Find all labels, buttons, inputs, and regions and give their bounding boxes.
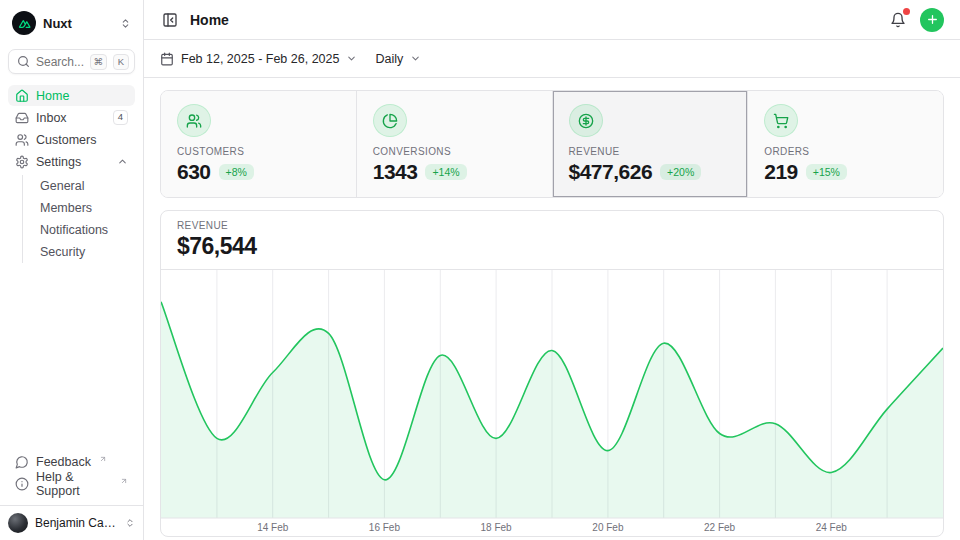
stat-label: CUSTOMERS	[177, 146, 340, 157]
help-support-link[interactable]: Help & Support	[8, 473, 135, 494]
period-select[interactable]: Daily	[375, 52, 421, 66]
external-link-icon	[120, 477, 128, 485]
cart-icon	[764, 104, 798, 137]
sidebar-item-customers[interactable]: Customers	[8, 129, 135, 150]
inbox-icon	[15, 111, 29, 125]
collapse-sidebar-button[interactable]	[160, 10, 180, 30]
stat-card-conversions[interactable]: CONVERSIONS 1343 +14%	[356, 91, 552, 197]
chevrons-up-down-icon	[120, 18, 131, 29]
stat-label: ORDERS	[764, 146, 927, 157]
search-icon	[17, 55, 30, 68]
stat-label: REVENUE	[569, 146, 732, 157]
workspace-name: Nuxt	[43, 16, 72, 31]
kbd-k: K	[113, 54, 129, 70]
period-label: Daily	[375, 52, 403, 66]
sidebar-item-notifications[interactable]: Notifications	[23, 219, 135, 240]
search-box[interactable]: ⌘ K	[8, 49, 135, 74]
inbox-count-badge: 4	[113, 110, 128, 124]
users-icon	[15, 133, 29, 147]
plus-icon	[926, 13, 939, 26]
stat-value: 219	[764, 160, 798, 184]
page-title: Home	[190, 12, 229, 28]
top-header: Home	[144, 0, 960, 40]
notifications-button[interactable]	[888, 10, 908, 30]
sidebar-item-security[interactable]: Security	[23, 241, 135, 262]
circle-dollar-icon	[569, 104, 603, 137]
x-axis-tick-label: 18 Feb	[481, 522, 513, 533]
stat-label: CONVERSIONS	[373, 146, 536, 157]
stat-card-orders[interactable]: ORDERS 219 +15%	[747, 91, 943, 197]
dashboard-app: Nuxt ⌘ K Home	[0, 0, 960, 540]
add-button[interactable]	[920, 8, 944, 32]
x-axis-tick-label: 16 Feb	[369, 522, 401, 533]
delta-badge: +15%	[806, 164, 847, 181]
notification-dot	[903, 8, 910, 15]
info-circle-icon	[15, 477, 29, 491]
gear-icon	[15, 155, 29, 169]
avatar	[8, 513, 28, 533]
chart-plot-area: 14 Feb16 Feb18 Feb20 Feb22 Feb24 Feb	[161, 270, 943, 536]
content: CUSTOMERS 630 +8% CONVERSIONS 1343 +14%	[144, 78, 960, 540]
header-actions	[888, 8, 944, 32]
panel-left-close-icon	[162, 12, 178, 28]
kbd-cmd: ⌘	[90, 54, 108, 70]
settings-subnav: General Members Notifications Security	[22, 175, 135, 263]
chart-header: REVENUE $76,544	[161, 211, 943, 270]
revenue-chart-card: REVENUE $76,544 14 Feb16 Feb18 Feb20 Feb…	[160, 210, 944, 537]
chevron-up-icon	[117, 156, 128, 167]
chevron-down-icon	[346, 53, 357, 64]
users-icon	[177, 104, 211, 137]
stat-card-customers[interactable]: CUSTOMERS 630 +8%	[161, 91, 356, 197]
sidebar-item-inbox[interactable]: Inbox 4	[8, 107, 135, 128]
sidebar-item-settings[interactable]: Settings	[8, 151, 135, 172]
stat-value: 630	[177, 160, 211, 184]
sidebar-item-label: Inbox	[36, 111, 67, 125]
home-icon	[15, 89, 29, 103]
help-support-label: Help & Support	[36, 470, 112, 498]
sidebar-footer-links: Feedback Help & Support	[8, 451, 135, 495]
workspace-switcher[interactable]: Nuxt	[8, 8, 135, 38]
date-range-label: Feb 12, 2025 - Feb 26, 2025	[181, 52, 339, 66]
sidebar-item-label: Home	[36, 89, 69, 103]
user-menu[interactable]: Benjamin Canac	[0, 505, 143, 540]
sidebar-spacer	[8, 263, 135, 451]
sidebar-item-label: Customers	[36, 133, 96, 147]
date-range-picker[interactable]: Feb 12, 2025 - Feb 26, 2025	[160, 52, 357, 66]
sidebar-item-members[interactable]: Members	[23, 197, 135, 218]
stat-value: $477,626	[569, 160, 653, 184]
stat-card-revenue[interactable]: REVENUE $477,626 +20%	[552, 91, 748, 197]
user-name: Benjamin Canac	[35, 516, 118, 530]
chevron-down-icon	[410, 53, 421, 64]
stats-row: CUSTOMERS 630 +8% CONVERSIONS 1343 +14%	[160, 90, 944, 198]
sidebar-item-general[interactable]: General	[23, 175, 135, 196]
x-axis-tick-label: 14 Feb	[257, 522, 289, 533]
message-bubble-icon	[15, 455, 29, 469]
sidebar-body: Nuxt ⌘ K Home	[0, 0, 143, 505]
chart-metric-value: $76,544	[177, 233, 927, 260]
chart-pie-icon	[373, 104, 407, 137]
revenue-chart[interactable]: 14 Feb16 Feb18 Feb20 Feb22 Feb24 Feb	[161, 270, 943, 536]
x-axis-tick-label: 22 Feb	[704, 522, 736, 533]
chevrons-up-down-icon	[125, 518, 135, 528]
delta-badge: +20%	[660, 164, 701, 181]
x-axis-tick-label: 24 Feb	[816, 522, 848, 533]
filters-toolbar: Feb 12, 2025 - Feb 26, 2025 Daily	[144, 40, 960, 78]
chart-metric-label: REVENUE	[177, 220, 927, 231]
sidebar: Nuxt ⌘ K Home	[0, 0, 144, 540]
sidebar-item-home[interactable]: Home	[8, 85, 135, 106]
calendar-icon	[160, 52, 174, 66]
external-link-icon	[99, 455, 107, 463]
x-axis-tick-label: 20 Feb	[592, 522, 624, 533]
sidebar-item-label: Settings	[36, 155, 81, 169]
delta-badge: +8%	[219, 164, 254, 181]
delta-badge: +14%	[425, 164, 466, 181]
sidebar-nav: Home Inbox 4 Customers	[8, 85, 135, 263]
stat-value: 1343	[373, 160, 418, 184]
feedback-label: Feedback	[36, 455, 91, 469]
search-input[interactable]	[36, 55, 84, 69]
nuxt-logo-icon	[12, 11, 36, 35]
main-area: Home Feb 12, 2025 - Feb 26, 2025	[144, 0, 960, 540]
